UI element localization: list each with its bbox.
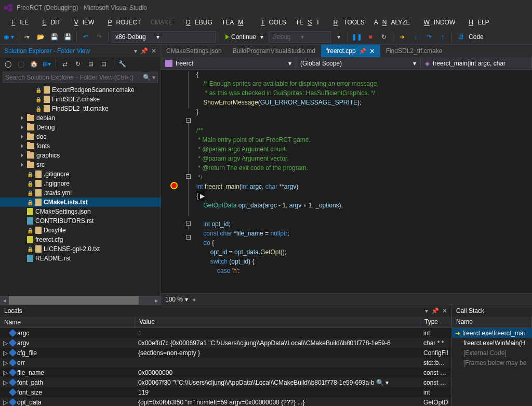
- menu-project[interactable]: PROJECT: [99, 18, 145, 27]
- menu-tools[interactable]: TOOLS: [252, 18, 290, 27]
- locals-row[interactable]: ▷font_path0x00067f30 "\"C:\\Users\\cljun…: [0, 377, 451, 387]
- solution-scrollbar[interactable]: ◂ ▸: [0, 296, 161, 305]
- menu-window[interactable]: WINDOW: [416, 18, 460, 27]
- menu-debug[interactable]: DEBUG: [178, 18, 217, 27]
- tree-item-debian[interactable]: debian: [0, 113, 161, 123]
- locals-row[interactable]: argc1int: [0, 328, 451, 338]
- menu-edit[interactable]: EDIT: [34, 18, 64, 27]
- nav-back-button[interactable]: ◉ ▾: [3, 31, 15, 43]
- zoom-level[interactable]: 100 %: [165, 296, 183, 303]
- tree-item-README.rst[interactable]: README.rst: [0, 254, 161, 263]
- locals-row[interactable]: ▷argv0x00effd7c {0x000697a1 "C:\\Users\\…: [0, 338, 451, 348]
- tab-freerct.cpp[interactable]: freerct.cpp📌✕: [321, 45, 381, 57]
- col-name-header[interactable]: Name: [452, 317, 532, 328]
- expand-icon[interactable]: [21, 116, 25, 120]
- current-statement-icon[interactable]: [170, 182, 178, 189]
- context-member[interactable]: ◈ freerct_main(int argc, char: [421, 57, 532, 69]
- expand-icon[interactable]: [21, 125, 25, 129]
- tree-item-CMakeSettings.json[interactable]: CMakeSettings.json: [0, 207, 161, 216]
- expand-icon[interactable]: ▷: [3, 359, 8, 366]
- zoom-dropdown-icon[interactable]: ▾: [185, 296, 188, 303]
- hierarchy-icon[interactable]: ⊞: [455, 31, 467, 43]
- tree-item-FindSDL2.cmake[interactable]: 🔒FindSDL2.cmake: [0, 95, 161, 104]
- solution-folder-toggle[interactable]: ⊞▾: [42, 59, 52, 69]
- expand-icon[interactable]: ▷: [3, 399, 8, 406]
- redo-button[interactable]: ↷: [94, 31, 105, 43]
- tree-item-.travis.yml[interactable]: 🔒.travis.yml: [0, 188, 161, 198]
- tree-item-.gitignore[interactable]: 🔒.gitignore: [0, 169, 161, 179]
- callstack-grid[interactable]: ➜freerct.exe!freerct_maifreerct.exe!WinM…: [452, 328, 532, 406]
- context-scope[interactable]: (Global Scope) ▾: [296, 57, 421, 69]
- tree-item-Debug[interactable]: Debug: [0, 123, 161, 132]
- dropdown-icon[interactable]: ▾: [425, 307, 428, 315]
- locals-row[interactable]: font_size119int: [0, 387, 451, 397]
- tree-item-ExportRcdgenScanner.cmake[interactable]: 🔒ExportRcdgenScanner.cmake: [0, 85, 161, 95]
- config-dropdown[interactable]: x86-Debug▾: [112, 31, 216, 43]
- tree-item-src[interactable]: src: [0, 160, 161, 169]
- col-type-header[interactable]: Type: [420, 317, 451, 328]
- stop-button[interactable]: ■: [365, 31, 376, 43]
- locals-row[interactable]: ▷cfg_file{sections=non-empty }ConfigFil: [0, 348, 451, 358]
- show-all-icon[interactable]: ⊡: [99, 59, 109, 69]
- undo-button[interactable]: ↶: [80, 31, 91, 43]
- expand-icon[interactable]: [21, 163, 25, 167]
- step-out-button[interactable]: ↑: [437, 31, 448, 43]
- menu-analyze[interactable]: ANALYZE: [370, 18, 415, 27]
- expand-icon[interactable]: [21, 144, 25, 148]
- pause-button[interactable]: ❚❚: [351, 31, 363, 43]
- pin-icon[interactable]: 📌: [431, 307, 439, 315]
- tree-item-CONTRIBUTORS.rst[interactable]: CONTRIBUTORS.rst: [0, 216, 161, 226]
- dropdown-toggle[interactable]: ▾: [333, 31, 344, 43]
- tree-item-freerct.cfg[interactable]: freerct.cfg: [0, 235, 161, 244]
- fold-toggle[interactable]: −: [186, 221, 191, 226]
- tree-item-FindSDL2_ttf.cmake[interactable]: 🔒FindSDL2_ttf.cmake: [0, 104, 161, 113]
- menu-file[interactable]: FILE: [3, 18, 33, 27]
- tree-item-fonts[interactable]: fonts: [0, 141, 161, 151]
- solution-search-input[interactable]: [5, 74, 143, 81]
- collapse-icon[interactable]: ⊟: [86, 59, 96, 69]
- fold-toggle[interactable]: −: [186, 174, 191, 179]
- tree-item-CMakeLists.txt[interactable]: 🔒CMakeLists.txt: [0, 198, 161, 207]
- solution-dropdown[interactable]: Debug▾: [269, 31, 331, 43]
- continue-button[interactable]: Continue▾: [222, 32, 267, 42]
- step-over-button[interactable]: ↷: [423, 31, 435, 43]
- tab-CMakeSettings.json[interactable]: CMakeSettings.json: [161, 45, 228, 57]
- callstack-row[interactable]: [External Code]: [452, 348, 532, 358]
- menu-help[interactable]: HELP: [460, 18, 493, 27]
- solution-search[interactable]: 🔍 ▾: [3, 72, 158, 83]
- editor-gutter[interactable]: − − − −: [161, 70, 192, 293]
- show-next-statement-button[interactable]: ➜: [396, 31, 408, 43]
- menu-test[interactable]: TEST: [291, 18, 324, 27]
- expand-icon[interactable]: [21, 153, 25, 158]
- tree-item-.hgignore[interactable]: 🔒.hgignore: [0, 179, 161, 188]
- tree-item-Doxyfile[interactable]: 🔒Doxyfile: [0, 226, 161, 235]
- close-icon[interactable]: ✕: [369, 47, 375, 55]
- tree-item-graphics[interactable]: graphics: [0, 151, 161, 160]
- pin-icon[interactable]: 📌: [140, 47, 148, 55]
- tab-FindSDL2_ttf.cmake[interactable]: FindSDL2_ttf.cmake: [381, 45, 448, 57]
- locals-row[interactable]: ▷errstd::basic: [0, 358, 451, 368]
- expand-icon[interactable]: ▷: [3, 339, 8, 347]
- callstack-row[interactable]: [Frames below may be: [452, 358, 532, 368]
- expand-icon[interactable]: [21, 135, 25, 139]
- refresh-icon[interactable]: ↻: [73, 59, 83, 69]
- menu-rtools[interactable]: R TOOLS: [325, 18, 369, 27]
- tree-item-doc[interactable]: doc: [0, 132, 161, 141]
- search-icon[interactable]: 🔍 ▾: [143, 74, 155, 81]
- sync-icon[interactable]: ⇄: [60, 59, 70, 69]
- save-button[interactable]: 💾: [48, 31, 60, 43]
- restart-button[interactable]: ↻: [378, 31, 390, 43]
- locals-row[interactable]: ▷opt_data{opt=0x0fbb3f50 "m" numleft=59 …: [0, 397, 451, 406]
- tab-BuildProgramVisualStudio.md[interactable]: BuildProgramVisualStudio.md: [228, 45, 321, 57]
- dropdown-icon[interactable]: ▾: [134, 47, 137, 55]
- context-project[interactable]: freerct ▾: [161, 57, 296, 69]
- expand-icon[interactable]: ▷: [3, 349, 8, 357]
- back-icon[interactable]: ◯: [3, 59, 13, 69]
- close-icon[interactable]: ✕: [442, 307, 447, 315]
- properties-icon[interactable]: 🔧: [117, 59, 127, 69]
- menu-team[interactable]: TEAM: [218, 18, 251, 27]
- code-text[interactable]: { /* Enough sprites are available for di…: [192, 70, 532, 293]
- pin-icon[interactable]: 📌: [359, 48, 366, 55]
- fold-toggle[interactable]: −: [186, 118, 191, 123]
- callstack-row[interactable]: ➜freerct.exe!freerct_mai: [452, 328, 532, 338]
